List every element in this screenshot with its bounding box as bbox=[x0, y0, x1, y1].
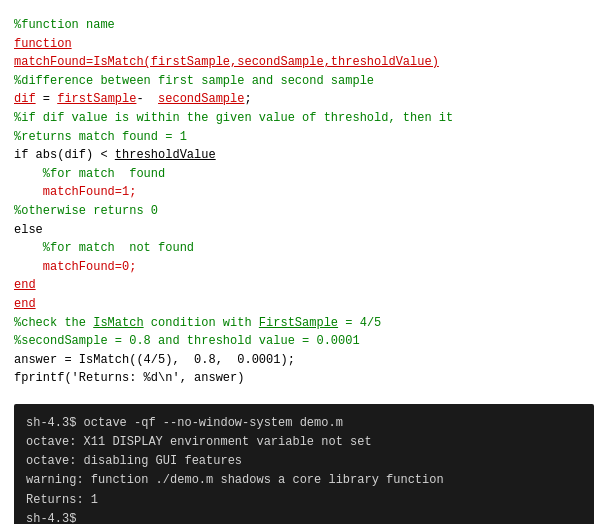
code-line-5: dif = firstSample- secondSample; bbox=[14, 90, 594, 109]
code-line-8: if abs(dif) < thresholdValue bbox=[14, 146, 594, 165]
code-line-4: %difference between first sample and sec… bbox=[14, 72, 594, 91]
code-line-2: function bbox=[14, 35, 594, 54]
code-line-1: %function name bbox=[14, 16, 594, 35]
code-line-12: else bbox=[14, 221, 594, 240]
code-line-11: %otherwise returns 0 bbox=[14, 202, 594, 221]
code-line-14: matchFound=0; bbox=[14, 258, 594, 277]
code-line-17: %check the IsMatch condition with FirstS… bbox=[14, 314, 594, 333]
code-line-9: %for match found bbox=[14, 165, 594, 184]
code-block: %function name function matchFound=IsMat… bbox=[14, 16, 594, 388]
code-line-3: matchFound=IsMatch(firstSample,secondSam… bbox=[14, 53, 594, 72]
code-line-10: matchFound=1; bbox=[14, 183, 594, 202]
code-line-13: %for match not found bbox=[14, 239, 594, 258]
terminal-line-3: octave: disabling GUI features bbox=[26, 452, 582, 471]
terminal-line-2: octave: X11 DISPLAY environment variable… bbox=[26, 433, 582, 452]
terminal-line-5: Returns: 1 bbox=[26, 491, 582, 510]
code-line-19: answer = IsMatch((4/5), 0.8, 0.0001); bbox=[14, 351, 594, 370]
terminal-line-1: sh-4.3$ octave -qf --no-window-system de… bbox=[26, 414, 582, 433]
terminal-line-6: sh-4.3$ bbox=[26, 510, 582, 524]
code-line-18: %secondSample = 0.8 and threshold value … bbox=[14, 332, 594, 351]
code-line-15: end bbox=[14, 276, 594, 295]
code-line-6: %if dif value is within the given value … bbox=[14, 109, 594, 128]
code-line-16: end bbox=[14, 295, 594, 314]
terminal-block: sh-4.3$ octave -qf --no-window-system de… bbox=[14, 404, 594, 524]
code-line-20: fprintf('Returns: %d\n', answer) bbox=[14, 369, 594, 388]
code-line-7: %returns match found = 1 bbox=[14, 128, 594, 147]
terminal-line-4: warning: function ./demo.m shadows a cor… bbox=[26, 471, 582, 490]
